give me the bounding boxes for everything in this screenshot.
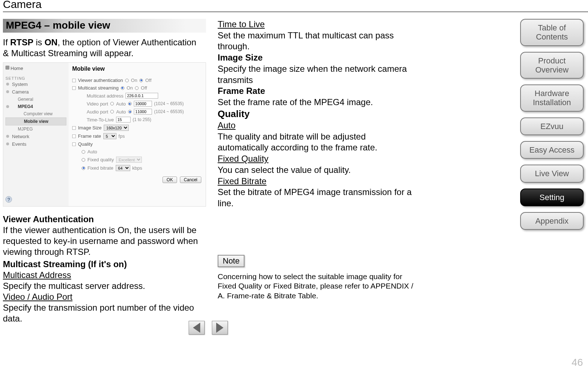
label-video-port: Video port: [87, 101, 108, 107]
hint-ttl-range: (1 to 255): [133, 117, 151, 122]
right-column-text: Time to Live Set the maximum TTL that mu…: [218, 19, 417, 209]
left-column-text: Viewer Authentication If the viewer auth…: [3, 214, 206, 324]
radio-ms-off[interactable]: [135, 86, 139, 90]
input-audio-port[interactable]: [134, 109, 152, 115]
label-on: On: [131, 78, 137, 83]
checkbox-icon: [72, 86, 76, 90]
hint-port-range: (1024 ~ 65535): [154, 101, 184, 106]
screenshot-main: Mobile view Viewer authentication On Off…: [72, 66, 203, 183]
screenshot-title: Mobile view: [72, 66, 203, 72]
nav-setting[interactable]: Setting: [520, 188, 584, 206]
label-image-size: Image Size: [78, 125, 102, 130]
nav-events[interactable]: Events: [5, 140, 66, 148]
arrow-right-icon: [216, 323, 223, 333]
fq-title: Fixed Quality: [218, 153, 417, 165]
fb-text: Set the bitrate of MPEG4 image transmiss…: [218, 187, 417, 209]
nav-appendix[interactable]: Appendix: [520, 212, 584, 230]
label-off: Off: [141, 85, 147, 91]
fr-title: Frame Rate: [218, 86, 417, 97]
radio-vport-auto[interactable]: [110, 102, 114, 105]
label-quality: Quality: [78, 141, 92, 147]
ttl-text: Set the maximum TTL that multicast can p…: [218, 30, 417, 52]
label-q-fixed-quality: Fixed quality: [87, 157, 114, 162]
radio-aport-manual[interactable]: [128, 110, 132, 113]
label-fps: fps: [119, 133, 125, 139]
input-multicast-addr[interactable]: [126, 93, 158, 99]
label-multicast: Multicast streaming: [78, 85, 119, 91]
nav-general[interactable]: General: [5, 96, 66, 103]
label-auto: Auto: [116, 109, 126, 115]
page-title: Camera: [3, 0, 45, 10]
select-frame-rate[interactable]: 5: [103, 133, 116, 139]
intro-text: If RTSP is ON, the option of Viewer Auth…: [3, 37, 202, 59]
arrow-left-icon: [193, 323, 200, 333]
page-header: Camera: [3, 0, 588, 12]
select-image-size[interactable]: 160x120: [104, 125, 129, 131]
nav-computer-view[interactable]: Computer view: [5, 110, 66, 117]
nav-toc[interactable]: Table of Contents: [520, 19, 584, 46]
label-multicast-addr: Multicast address: [87, 93, 123, 99]
auto-text: The quality and bitrate will be adjusted…: [218, 131, 417, 153]
radio-q-fixed-bitrate[interactable]: [82, 166, 85, 170]
sidebar-nav: Table of Contents Product Overview Hardw…: [520, 19, 584, 230]
is-text: Specify the image size when the network …: [218, 63, 417, 86]
input-video-port[interactable]: [134, 101, 152, 107]
select-fixed-bitrate[interactable]: 64: [116, 165, 130, 171]
radio-ms-on[interactable]: [121, 86, 124, 90]
next-page-button[interactable]: [212, 321, 228, 335]
label-viewer-auth: Viewer authentication: [78, 78, 123, 83]
label-on: On: [127, 85, 133, 91]
screenshot-sidebar: Home SETTING System Camera General MPEG4…: [3, 63, 69, 206]
label-frame-rate: Frame rate: [78, 133, 101, 139]
nav-mjpeg[interactable]: MJPEG: [5, 125, 66, 133]
label-audio-port: Audio port: [87, 109, 108, 115]
va-text: If the viewer authentication is On, the …: [3, 225, 206, 257]
fq-text: You can select the value of quality.: [218, 165, 417, 176]
nav-live-view[interactable]: Live View: [520, 165, 584, 182]
radio-va-off[interactable]: [139, 79, 143, 82]
label-q-fixed-bitrate: Fixed bitrate: [87, 165, 114, 171]
radio-vport-manual[interactable]: [128, 102, 132, 105]
vap-text: Specify the transmission port number of …: [3, 302, 206, 324]
section-title: MPEG4 – mobile view: [3, 19, 206, 33]
nav-mpeg4[interactable]: MPEG4: [5, 103, 66, 110]
label-auto: Auto: [116, 101, 126, 107]
nav-hardware[interactable]: Hardware Installation: [520, 84, 584, 112]
fb-title: Fixed Bitrate: [218, 176, 417, 187]
note-text: Concerning how to select the suitable im…: [218, 272, 421, 301]
ma-title: Multicast Address: [3, 270, 206, 281]
va-title: Viewer Authentication: [3, 214, 206, 225]
select-fixed-quality[interactable]: Excellent: [116, 157, 142, 163]
nav-ezvuu[interactable]: EZvuu: [520, 117, 584, 135]
prev-page-button[interactable]: [189, 321, 205, 335]
radio-q-auto[interactable]: [82, 150, 85, 154]
nav-overview[interactable]: Product Overview: [520, 52, 584, 79]
fr-text: Set the frame rate of the MPEG4 image.: [218, 97, 417, 108]
nav-camera[interactable]: Camera: [5, 88, 66, 96]
nav-home[interactable]: Home: [5, 65, 66, 72]
hint-port-range: (1024 ~ 65535): [154, 109, 184, 114]
ok-button[interactable]: OK: [163, 177, 177, 183]
is-title: Image Size: [218, 52, 417, 63]
radio-q-fixed-quality[interactable]: [82, 158, 85, 162]
intro-mid: is: [33, 37, 45, 47]
settings-screenshot: Home SETTING System Camera General MPEG4…: [3, 62, 206, 207]
auto-title: Auto: [218, 120, 417, 131]
nav-network[interactable]: Network: [5, 133, 66, 140]
page-number: 46: [572, 357, 583, 368]
page-nav-arrows: [189, 321, 228, 335]
nav-setting-label: SETTING: [5, 76, 66, 80]
nav-easy-access[interactable]: Easy Access: [520, 141, 584, 159]
radio-aport-auto[interactable]: [110, 110, 114, 113]
vap-title: Video / Audio Port: [3, 291, 206, 302]
nav-mobile-view[interactable]: Mobile view: [5, 117, 66, 125]
nav-system[interactable]: System: [5, 80, 66, 88]
help-icon[interactable]: ?: [5, 196, 12, 203]
cancel-button[interactable]: Cancel: [180, 177, 201, 183]
intro-rtsp: RTSP: [10, 37, 33, 47]
input-ttl[interactable]: [116, 117, 131, 123]
radio-va-on[interactable]: [125, 79, 129, 82]
checkbox-icon: [72, 126, 76, 130]
intro-pre: If: [3, 37, 10, 47]
checkbox-icon: [72, 142, 76, 146]
